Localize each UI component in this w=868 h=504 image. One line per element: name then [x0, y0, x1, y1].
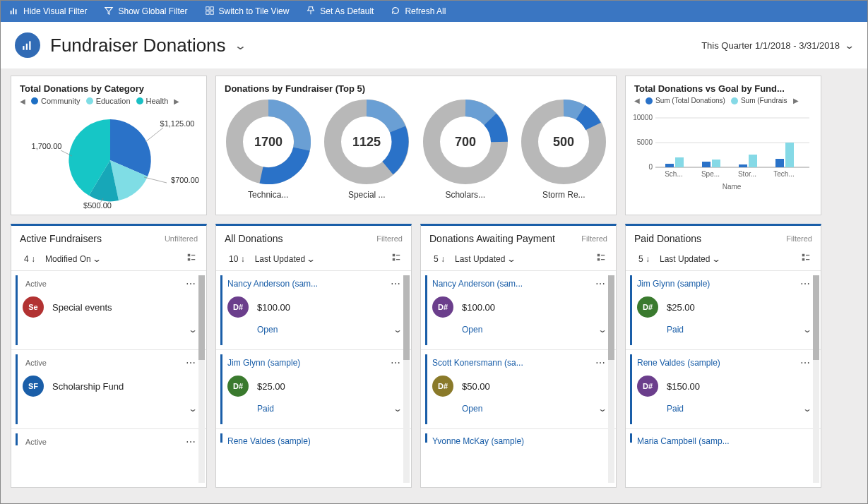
count-sort[interactable]: 4 ↓ [24, 254, 35, 264]
item-name[interactable]: Rene Valdes (sample) [227, 436, 311, 446]
item-status: Paid [667, 325, 684, 335]
chevron-down-icon[interactable]: ⌄ [188, 325, 198, 335]
list-item[interactable]: Scott Konersmann (sa...⋯ D#$50.00 Open⌄ [421, 349, 616, 428]
list-item[interactable]: Active⋯ SFScholarship Fund ⌄ [11, 349, 206, 428]
refresh-icon [391, 6, 400, 18]
list-item[interactable]: Rene Valdes (sample) [216, 428, 411, 447]
svg-rect-4 [210, 6, 213, 9]
item-name[interactable]: Nancy Anderson (sam... [227, 279, 318, 289]
sort-field[interactable]: Modified On ⌄ [45, 254, 100, 264]
list-item[interactable]: Yvonne McKay (sample) [421, 428, 616, 447]
donut-4: 500 Storm Re... [521, 100, 606, 200]
list-item[interactable]: Jim Glynn (sample)⋯ D#$25.00 Paid⌄ [626, 270, 821, 349]
item-name[interactable]: Jim Glynn (sample) [637, 279, 710, 289]
list-item[interactable]: Rene Valdes (sample)⋯ D#$150.00 Paid⌄ [626, 349, 821, 428]
chevron-down-icon[interactable]: ⌄ [393, 325, 403, 335]
list-title: Donations Awaiting Payment [429, 233, 555, 244]
list-title: All Donations [225, 233, 283, 244]
legend-prev-icon[interactable]: ◀ [20, 97, 25, 105]
legend-next-icon[interactable]: ▶ [174, 97, 179, 105]
list-tile-paid[interactable]: Paid Donations Filtered 5 ↓ Last Updated… [625, 224, 821, 488]
more-icon[interactable]: ⋯ [391, 357, 401, 368]
sort-field[interactable]: Last Updated ⌄ [660, 254, 720, 264]
more-icon[interactable]: ⋯ [800, 278, 811, 289]
status-label: Active [23, 359, 47, 367]
more-icon[interactable]: ⋯ [186, 278, 196, 289]
legend-prev-icon[interactable]: ◀ [634, 97, 640, 104]
avatar: D# [432, 296, 453, 318]
list-tile-all[interactable]: All Donations Filtered 10 ↓ Last Updated… [215, 224, 412, 488]
svg-text:Stor...: Stor... [738, 170, 756, 178]
refresh-all-button[interactable]: Refresh All [391, 6, 446, 18]
chevron-down-icon[interactable]: ⌄ [393, 404, 403, 414]
grid-icon [205, 6, 215, 18]
list-item[interactable]: Maria Campbell (samp... [626, 428, 821, 447]
item-name[interactable]: Jim Glynn (sample) [227, 358, 300, 368]
chevron-down-icon: ⌄ [844, 40, 855, 51]
chart-total-by-category[interactable]: Total Donations by Category ◀ Community … [11, 76, 207, 215]
sort-field[interactable]: Last Updated ⌄ [255, 254, 315, 264]
count-sort[interactable]: 10 ↓ [229, 254, 245, 264]
more-icon[interactable]: ⋯ [595, 278, 606, 289]
svg-text:5000: 5000 [637, 138, 653, 146]
chevron-down-icon[interactable]: ⌄ [802, 404, 812, 414]
list-item[interactable]: Jim Glynn (sample)⋯ D#$25.00 Paid⌄ [216, 349, 411, 428]
item-name[interactable]: Yvonne McKay (sample) [432, 436, 524, 446]
more-icon[interactable]: ⋯ [186, 357, 196, 368]
date-range-selector[interactable]: This Quarter 1/1/2018 - 3/31/2018 ⌄ [701, 40, 853, 51]
list-tile-awaiting[interactable]: Donations Awaiting Payment Filtered 5 ↓ … [420, 224, 617, 488]
avatar: D# [637, 376, 658, 397]
scrollbar[interactable] [608, 275, 614, 483]
status-label: Active [23, 280, 47, 288]
svg-rect-3 [206, 6, 208, 9]
count-sort[interactable]: 5 ↓ [638, 254, 650, 264]
avatar: D# [227, 296, 249, 318]
more-icon[interactable]: ⋯ [595, 357, 606, 368]
legend-next-icon[interactable]: ▶ [793, 97, 799, 104]
switch-tile-view-button[interactable]: Switch to Tile View [205, 6, 290, 18]
list-item[interactable]: Active⋯ [11, 428, 206, 450]
more-icon[interactable]: ⋯ [800, 357, 811, 368]
item-name[interactable]: Nancy Anderson (sam... [432, 279, 523, 289]
item-name[interactable]: Rene Valdes (sample) [637, 358, 720, 368]
item-status: Open [462, 325, 482, 335]
scrollbar[interactable] [198, 275, 205, 483]
chart-donations-by-fundraiser[interactable]: Donations by Fundraiser (Top 5) 1700 Tec… [215, 76, 617, 215]
item-name[interactable]: Maria Campbell (samp... [637, 436, 730, 446]
chevron-down-icon[interactable]: ⌄ [598, 325, 607, 335]
count-sort[interactable]: 5 ↓ [434, 254, 445, 264]
title-chevron-icon[interactable]: ⌄ [234, 39, 246, 52]
sort-field[interactable]: Last Updated ⌄ [455, 254, 515, 264]
svg-text:10000: 10000 [633, 114, 653, 121]
filter-status: Filtered [581, 234, 607, 243]
show-global-filter-button[interactable]: Show Global Filter [104, 6, 187, 18]
svg-text:500: 500 [553, 135, 574, 149]
item-amount: $25.00 [667, 302, 695, 313]
svg-rect-58 [802, 258, 805, 261]
more-icon[interactable]: ⋯ [391, 278, 401, 289]
item-name[interactable]: Scott Konersmann (sa... [432, 358, 523, 368]
view-toggle-icon[interactable] [596, 253, 606, 265]
view-toggle-icon[interactable] [186, 253, 196, 265]
hide-visual-filter-button[interactable]: Hide Visual Filter [9, 6, 87, 18]
chart-donations-vs-goal[interactable]: Total Donations vs Goal by Fund... ◀ Sum… [625, 76, 821, 215]
svg-text:Sch...: Sch... [665, 170, 683, 178]
chevron-down-icon[interactable]: ⌄ [598, 404, 607, 414]
more-icon[interactable]: ⋯ [186, 436, 196, 448]
list-tile-active[interactable]: Active Fundraisers Unfiltered 4 ↓ Modifi… [11, 224, 207, 488]
svg-rect-36 [739, 164, 747, 167]
set-default-button[interactable]: Set As Default [306, 6, 374, 18]
list-item[interactable]: Nancy Anderson (sam...⋯ D#$100.00 Open⌄ [216, 270, 411, 349]
svg-text:700: 700 [455, 135, 476, 149]
svg-text:1125: 1125 [352, 135, 381, 149]
scrollbar[interactable] [813, 275, 819, 483]
scrollbar[interactable] [403, 275, 410, 483]
list-item[interactable]: Nancy Anderson (sam...⋯ D#$100.00 Open⌄ [421, 270, 616, 349]
item-amount: $100.00 [257, 302, 290, 313]
chevron-down-icon[interactable]: ⌄ [188, 404, 198, 414]
chevron-down-icon[interactable]: ⌄ [802, 325, 812, 335]
view-toggle-icon[interactable] [801, 253, 811, 265]
view-toggle-icon[interactable] [391, 253, 401, 265]
item-status: Paid [257, 404, 274, 414]
list-item[interactable]: Active⋯ SeSpecial events ⌄ [11, 270, 206, 349]
